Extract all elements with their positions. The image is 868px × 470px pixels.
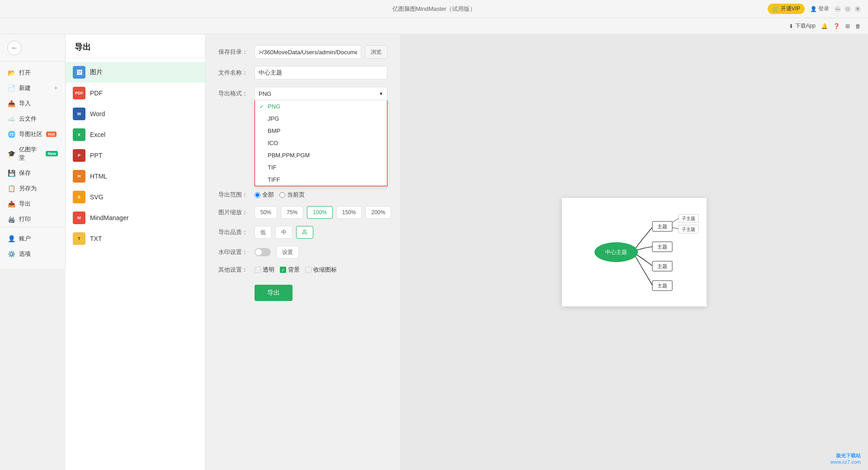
sidebar-label-export: 导出 bbox=[19, 200, 31, 208]
sidebar-item-settings[interactable]: ⚙️ 选项 bbox=[0, 246, 65, 262]
range-current-option[interactable]: 当前页 bbox=[279, 191, 305, 199]
export-type-word[interactable]: W Word bbox=[66, 103, 205, 124]
format-label: 导出格式： bbox=[218, 87, 255, 98]
background-option[interactable]: ✓ 背景 bbox=[280, 266, 300, 274]
format-option-jpg-label: JPG bbox=[268, 115, 279, 122]
minimize-button[interactable]: — bbox=[835, 6, 841, 12]
export-type-svg[interactable]: S SVG bbox=[66, 187, 205, 207]
save-dir-label: 保存目录： bbox=[218, 48, 255, 56]
quality-medium-btn[interactable]: 中 bbox=[275, 226, 292, 239]
format-option-tiff[interactable]: TIFF bbox=[255, 174, 387, 186]
account-icon: 👤 bbox=[7, 235, 15, 243]
sidebar-label-print: 打印 bbox=[19, 215, 31, 223]
sidebar-item-print[interactable]: 🖨️ 打印 bbox=[0, 212, 65, 227]
format-option-pbm-label: PBM,PPM,PGM bbox=[268, 152, 310, 159]
format-dropdown-wrapper: PNG ▼ ✓ PNG JPG bbox=[255, 87, 387, 100]
maximize-button[interactable]: □ bbox=[844, 6, 851, 12]
transparent-checkbox[interactable] bbox=[255, 267, 261, 273]
sidebar-label-account: 账户 bbox=[19, 235, 31, 243]
svg-text:主题: 主题 bbox=[657, 224, 667, 229]
watermark-display: 极光下载站 www.xz7.com bbox=[830, 452, 861, 465]
other-row: 其他设置： 透明 ✓ 背景 收缩图标 bbox=[218, 266, 387, 274]
zoom-200-btn[interactable]: 200% bbox=[365, 206, 391, 219]
sidebar-item-academy[interactable]: 🎓 亿图学堂 New bbox=[0, 142, 65, 165]
sidebar-item-save[interactable]: 💾 保存 bbox=[0, 165, 65, 181]
mindmap-svg: 中心主题 主题 主题 主题 主题 子主题 bbox=[562, 198, 707, 306]
quality-row: 导出品质： 低 中 高 bbox=[218, 226, 387, 239]
login-button[interactable]: 👤 登录 bbox=[810, 5, 829, 13]
format-option-ico[interactable]: ICO bbox=[255, 137, 387, 149]
bell-button[interactable]: 🔔 bbox=[821, 23, 828, 29]
sidebar-item-cloud[interactable]: ☁️ 云文件 bbox=[0, 111, 65, 127]
download-app-button[interactable]: ⬇ 下载App bbox=[789, 22, 816, 30]
shrink-label: 收缩图标 bbox=[313, 266, 337, 274]
left-panel-top: ← bbox=[0, 34, 66, 61]
html-type-icon: H bbox=[73, 170, 85, 183]
save-dir-input[interactable] bbox=[255, 45, 361, 59]
vip-button[interactable]: 🛒 开通VIP bbox=[768, 4, 805, 14]
sidebar-item-account[interactable]: 👤 账户 bbox=[0, 231, 65, 246]
format-dropdown-display[interactable]: PNG ▼ bbox=[255, 87, 387, 100]
range-current-radio[interactable] bbox=[279, 192, 285, 198]
watermark-label: 水印设置： bbox=[218, 248, 255, 256]
format-option-tif[interactable]: TIF bbox=[255, 161, 387, 174]
export-type-html[interactable]: H HTML bbox=[66, 166, 205, 187]
export-button[interactable]: 导出 bbox=[255, 285, 292, 301]
open-icon: 📂 bbox=[7, 69, 15, 77]
format-selected-value: PNG bbox=[259, 90, 271, 97]
trash-button[interactable]: 🗑 bbox=[855, 23, 861, 29]
background-checkbox[interactable]: ✓ bbox=[280, 267, 286, 273]
help-button[interactable]: ❓ bbox=[833, 23, 840, 29]
zoom-100-btn[interactable]: 100% bbox=[307, 206, 333, 219]
sidebar-item-new[interactable]: 📄 新建 + bbox=[0, 80, 65, 96]
browse-button[interactable]: 浏览 bbox=[365, 45, 387, 59]
format-option-png[interactable]: ✓ PNG bbox=[255, 100, 387, 113]
watermark-set-btn[interactable]: 设置 bbox=[276, 246, 299, 258]
hot-badge: Hot bbox=[46, 132, 57, 137]
watermark-line1: 极光下载站 bbox=[830, 452, 861, 459]
bell-icon: 🔔 bbox=[821, 23, 828, 29]
background-label: 背景 bbox=[288, 266, 300, 274]
form-section: 保存目录： 浏览 文件名称： 导出格式： PNG ▼ bbox=[206, 34, 400, 470]
export-type-txt[interactable]: T TXT bbox=[66, 228, 205, 249]
sidebar-item-saveas[interactable]: 📋 另存为 bbox=[0, 181, 65, 196]
grid-button[interactable]: ⊞ bbox=[845, 23, 850, 29]
transparent-option[interactable]: 透明 bbox=[255, 266, 274, 274]
preview-area: 中心主题 主题 主题 主题 主题 子主题 bbox=[400, 34, 868, 470]
range-options: 全部 当前页 bbox=[255, 191, 305, 199]
sidebar-item-community[interactable]: 🌐 导图社区 Hot bbox=[0, 127, 65, 142]
export-type-pdf[interactable]: PDF PDF bbox=[66, 83, 205, 103]
export-type-ppt[interactable]: P PPT bbox=[66, 145, 205, 166]
sidebar-item-export[interactable]: 📤 导出 bbox=[0, 196, 65, 212]
format-option-pbm[interactable]: PBM,PPM,PGM bbox=[255, 149, 387, 161]
format-option-bmp[interactable]: BMP bbox=[255, 125, 387, 137]
zoom-75-btn[interactable]: 75% bbox=[281, 206, 303, 219]
back-button[interactable]: ← bbox=[7, 41, 22, 55]
range-all-option[interactable]: 全部 bbox=[255, 191, 274, 199]
shrink-option[interactable]: 收缩图标 bbox=[305, 266, 337, 274]
zoom-150-btn[interactable]: 150% bbox=[336, 206, 362, 219]
shrink-checkbox[interactable] bbox=[305, 267, 311, 273]
export-type-image[interactable]: 🖼 图片 bbox=[66, 62, 205, 83]
sidebar-label-saveas: 另存为 bbox=[19, 184, 37, 193]
watermark-toggle[interactable] bbox=[255, 248, 271, 256]
save-dir-row: 保存目录： 浏览 bbox=[218, 45, 387, 59]
right-content: 保存目录： 浏览 文件名称： 导出格式： PNG ▼ bbox=[206, 34, 868, 470]
export-type-excel[interactable]: X Excel bbox=[66, 124, 205, 145]
sidebar-item-open[interactable]: 📂 打开 bbox=[0, 65, 65, 80]
excel-type-icon: X bbox=[73, 128, 85, 141]
sidebar: 📂 打开 📄 新建 + 📥 导入 ☁️ 云文件 🌐 导图社区 Hot bbox=[0, 61, 66, 269]
quality-low-btn[interactable]: 低 bbox=[255, 226, 272, 239]
vip-label: 开通VIP bbox=[781, 5, 800, 13]
sidebar-item-import[interactable]: 📥 导入 bbox=[0, 96, 65, 111]
quality-high-btn[interactable]: 高 bbox=[296, 226, 313, 239]
html-type-label: HTML bbox=[90, 173, 107, 180]
file-name-input[interactable] bbox=[255, 66, 387, 80]
format-option-jpg[interactable]: JPG bbox=[255, 113, 387, 125]
range-all-radio[interactable] bbox=[255, 192, 260, 198]
close-button[interactable]: ✕ bbox=[854, 6, 861, 12]
zoom-50-btn[interactable]: 50% bbox=[255, 206, 277, 219]
export-type-mindmanager[interactable]: M MindManager bbox=[66, 207, 205, 228]
sidebar-label-new: 新建 bbox=[19, 84, 31, 92]
svg-text:主题: 主题 bbox=[657, 283, 667, 288]
